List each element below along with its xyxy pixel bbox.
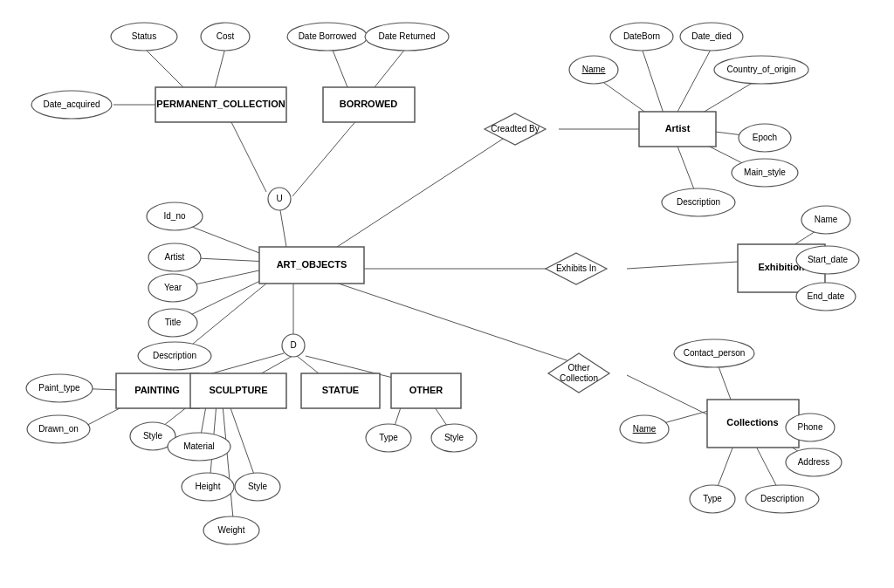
contact-person-label: Contact_person [684,348,746,358]
collections-desc-label: Description [760,494,804,503]
art-objects-label: ART_OBJECTS [277,259,347,270]
year-label: Year [164,283,182,292]
svg-line-16 [642,48,664,113]
country-origin-label: Country_of_origin [727,65,796,74]
main-style-label: Main_style [744,168,786,177]
u-label: U [276,194,282,203]
other-style-label: Style [444,433,464,442]
created-by-label: Creadted By [491,124,540,133]
sculpture-label: SCULPTURE [209,385,267,395]
start-date-label: Start_date [808,255,849,264]
exhibition-name-label: Name [815,215,838,224]
collections-label: Collections [726,417,778,427]
other-collection-label2: Collection [560,373,598,383]
id-no-label: Id_no [163,211,185,221]
address-label: Address [798,457,830,467]
phone-label: Phone [798,422,823,432]
material-label: Material [183,441,215,451]
epoch-label: Epoch [753,133,777,142]
date-died-label: Date_died [691,31,732,41]
status-label: Status [132,31,156,41]
svg-line-5 [371,48,406,92]
other-type-label: Type [379,433,398,442]
collections-type-label: Type [703,494,722,503]
height-label: Height [196,482,221,491]
other-collection-label: Other [567,363,590,373]
svg-line-13 [314,131,515,262]
permanent-collection-label: PERMANENT_COLLECTION [156,99,285,109]
description-artist-label: Description [677,197,720,207]
svg-line-17 [677,48,712,113]
statue-label: STATUE [322,385,359,395]
svg-line-38 [223,405,234,528]
svg-line-6 [292,113,362,196]
artist-label: Artist [665,123,691,133]
svg-line-37 [229,403,258,484]
svg-line-41 [313,275,572,362]
other-label: OTHER [409,385,444,395]
er-diagram-svg: PERMANENT_COLLECTION BORROWED ART_OBJECT… [0,0,894,588]
date-borrowed-label: Date Borrowed [299,31,357,41]
exhibits-in-label: Exhibits In [556,263,596,273]
d-label: D [290,340,296,350]
painting-label: PAINTING [134,385,180,395]
borrowed-label: BORROWED [340,99,398,109]
er-diagram-canvas: PERMANENT_COLLECTION BORROWED ART_OBJECT… [0,0,894,588]
collections-name-label: Name [633,424,657,434]
date-acquired-label: Date_acquired [43,99,100,109]
artist-attr-label: Artist [165,252,185,262]
paint-type-label: Paint_type [38,383,80,393]
dateborn-label: DateBorn [623,31,660,41]
cost-label: Cost [217,31,235,41]
svg-line-23 [627,262,738,269]
svg-line-3 [227,113,266,192]
description-art-label: Description [153,351,196,360]
artist-name-label: Name [582,65,606,74]
title-label: Title [165,318,182,327]
sculpture-style-label: Style [248,482,268,491]
weight-label: Weight [218,525,245,535]
painting-style-label: Style [143,431,163,441]
svg-line-4 [332,48,349,92]
svg-line-1 [214,48,225,92]
end-date-label: End_date [808,291,845,301]
drawn-on-label: Drawn_on [38,424,79,434]
date-returned-label: Date Returned [378,31,435,41]
